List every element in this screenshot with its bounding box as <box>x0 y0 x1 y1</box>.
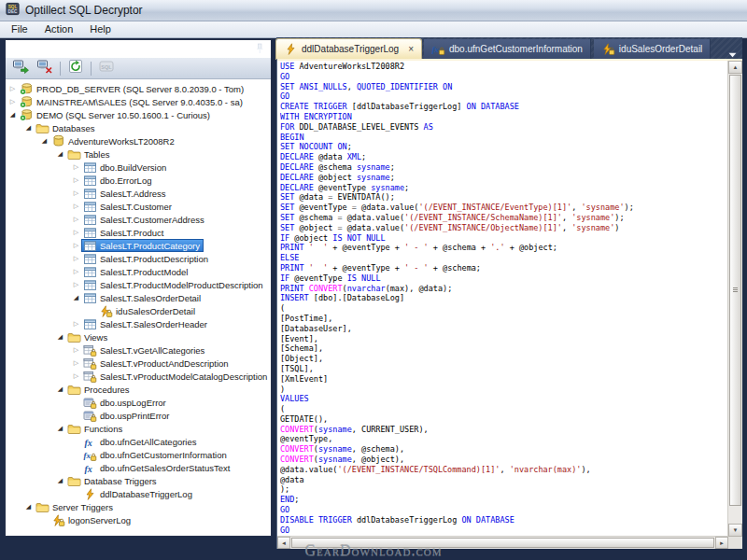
tree-item-dbo-buildversion[interactable]: ▷dbo.BuildVersion <box>6 161 271 174</box>
connect-server-button[interactable] <box>9 59 32 78</box>
tree-item-idusalesorderdetail[interactable]: iduSalesOrderDetail <box>6 304 271 317</box>
expander-collapsed-icon[interactable]: ▷ <box>71 358 81 368</box>
expander-collapsed-icon[interactable]: ▷ <box>7 97 18 106</box>
expander-expanded-icon[interactable]: ◢ <box>55 332 65 342</box>
tree-item-mainstream-sales-sql-server-9-0-4035-0-sa[interactable]: ▷MAINSTREAM\SALES (SQL Server 9.0.4035.0… <box>6 95 271 108</box>
tree-item-core[interactable]: SalesLT.CustomerAddress <box>81 213 208 226</box>
expander-collapsed-icon[interactable]: ▷ <box>71 267 81 276</box>
tree-item-core[interactable]: DEMO (SQL Server 10.50.1600.1 - Curious) <box>18 108 214 121</box>
scroll-down-button[interactable]: ▼ <box>728 524 742 537</box>
tree-item-core[interactable]: dbo.uspPrintError <box>81 409 173 422</box>
expander-expanded-icon[interactable]: ◢ <box>55 149 65 159</box>
tree-item-core[interactable]: SalesLT.ProductModelProductDescription <box>81 278 267 291</box>
tree-item-core[interactable]: fxdbo.ufnGetCustomerInformation <box>81 448 231 461</box>
tree-item-saleslt-vgetallcategories[interactable]: ▷SalesLT.vGetAllCategories <box>6 343 271 357</box>
tree-item-core[interactable]: SalesLT.vProductModelCatalogDescription <box>81 370 271 383</box>
tree-item-core[interactable]: SalesLT.ProductModel <box>81 265 191 278</box>
object-explorer-tree[interactable]: ▷PROD_DB_SERVER (SQL Server 8.0.2039.0 -… <box>6 79 271 536</box>
tree-item-saleslt-productdescription[interactable]: ▷SalesLT.ProductDescription <box>6 252 271 265</box>
tree-item-saleslt-customeraddress[interactable]: ▷SalesLT.CustomerAddress <box>6 213 271 226</box>
code-editor[interactable]: USE AdventureWorksLT2008R2GOSET ANSI_NUL… <box>276 59 742 549</box>
refresh-button[interactable] <box>64 59 87 78</box>
tree-item-core[interactable]: fxdbo.ufnGetAllCategories <box>81 435 201 448</box>
tree-item-core[interactable]: SalesLT.ProductDescription <box>81 252 212 265</box>
tree-item-ddldatabasetriggerlog[interactable]: ddlDatabaseTriggerLog <box>6 487 271 500</box>
expander-expanded-icon[interactable]: ◢ <box>39 136 49 146</box>
tree-item-core[interactable]: Procedures <box>65 383 134 396</box>
tree-selection[interactable]: SalesLT.ProductCategory <box>81 239 204 252</box>
tree-item-core[interactable]: SalesLT.vGetAllCategories <box>81 343 208 357</box>
expander-expanded-icon[interactable]: ◢ <box>71 293 81 302</box>
tree-item-core[interactable]: fxdbo.ufnGetSalesOrderStatusText <box>81 461 233 474</box>
tree-item-saleslt-vproductmodelcatalogdescription[interactable]: ▷SalesLT.vProductModelCatalogDescription <box>6 370 271 383</box>
vertical-scrollbar[interactable]: ▲ ▼ <box>727 61 742 537</box>
tree-item-core[interactable]: ddlDatabaseTriggerLog <box>81 487 196 500</box>
titlebar[interactable]: SQLDEC Optillect SQL Decryptor <box>0 0 747 21</box>
document-tab-ddldatabasetriggerlog[interactable]: ddlDatabaseTriggerLog× <box>276 39 421 59</box>
tree-item-core[interactable]: logonServerLog <box>49 513 134 526</box>
expander-collapsed-icon[interactable]: ▷ <box>71 228 81 237</box>
sql-code-surface[interactable]: USE AdventureWorksLT2008R2GOSET ANSI_NUL… <box>280 62 727 537</box>
tree-item-saleslt-vproductanddescription[interactable]: ▷SalesLT.vProductAndDescription <box>6 357 271 370</box>
tree-item-core[interactable]: SalesLT.SalesOrderDetail <box>81 291 204 304</box>
tree-item-core[interactable]: Database Triggers <box>65 474 161 487</box>
tree-item-core[interactable]: Databases <box>34 121 98 134</box>
tree-item-tables[interactable]: ◢Tables <box>6 147 271 161</box>
expander-collapsed-icon[interactable]: ▷ <box>71 189 81 198</box>
expander-expanded-icon[interactable]: ◢ <box>23 502 34 511</box>
tree-item-core[interactable]: Tables <box>65 147 113 161</box>
document-tab-dbo-ufngetcustomerinformation[interactable]: fxdbo.ufnGetCustomerInformation <box>424 39 591 59</box>
expander-collapsed-icon[interactable]: ▷ <box>71 162 81 172</box>
expander-expanded-icon[interactable]: ◢ <box>55 476 65 485</box>
tree-item-procedures[interactable]: ◢Procedures <box>6 383 271 396</box>
expander-collapsed-icon[interactable]: ▷ <box>71 254 81 263</box>
expander-expanded-icon[interactable]: ◢ <box>55 385 65 394</box>
tree-item-core[interactable]: Functions <box>65 422 126 435</box>
menu-item-action[interactable]: Action <box>36 22 82 36</box>
expander-collapsed-icon[interactable]: ▷ <box>71 371 81 381</box>
pin-icon[interactable] <box>255 43 265 56</box>
tree-item-core[interactable]: PROD_DB_SERVER (SQL Server 8.0.2039.0 - … <box>18 82 247 95</box>
tab-close-icon[interactable]: × <box>408 45 414 54</box>
tree-item-core[interactable]: SalesLT.Product <box>81 226 167 239</box>
tree-item-prod-db-server-sql-server-8-0-2039-0-tom[interactable]: ▷PROD_DB_SERVER (SQL Server 8.0.2039.0 -… <box>6 82 271 95</box>
tree-item-logonserverlog[interactable]: logonServerLog <box>6 513 271 526</box>
tree-item-adventureworkslt2008r2[interactable]: ◢AdventureWorksLT2008R2 <box>6 134 271 147</box>
vertical-scroll-thumb[interactable] <box>729 75 741 506</box>
tree-item-core[interactable]: Views <box>65 330 111 343</box>
document-tab-idusalesorderdetail[interactable]: iduSalesOrderDetail <box>594 39 712 59</box>
expander-collapsed-icon[interactable]: ▷ <box>71 202 81 211</box>
tree-item-database-triggers[interactable]: ◢Database Triggers <box>6 474 271 487</box>
tree-item-saleslt-productcategory[interactable]: ▷SalesLT.ProductCategory <box>6 239 271 252</box>
tree-item-demo-sql-server-10-50-1600-1-curious[interactable]: ◢DEMO (SQL Server 10.50.1600.1 - Curious… <box>6 108 271 121</box>
expander-collapsed-icon[interactable]: ▷ <box>71 241 81 250</box>
menu-item-file[interactable]: File <box>3 22 36 36</box>
tree-item-core[interactable]: dbo.ErrorLog <box>81 174 155 187</box>
expander-expanded-icon[interactable]: ◢ <box>7 110 18 119</box>
expander-collapsed-icon[interactable]: ▷ <box>7 84 18 93</box>
tree-item-core[interactable]: SalesLT.Address <box>81 187 170 200</box>
menu-item-help[interactable]: Help <box>81 22 120 36</box>
tree-item-databases[interactable]: ◢Databases <box>6 121 271 134</box>
tree-item-core[interactable]: AdventureWorksLT2008R2 <box>49 134 178 147</box>
tree-item-dbo-ufngetsalesorderstatustext[interactable]: fxdbo.ufnGetSalesOrderStatusText <box>6 461 271 474</box>
tree-item-saleslt-salesorderdetail[interactable]: ◢SalesLT.SalesOrderDetail <box>6 291 271 304</box>
expander-expanded-icon[interactable]: ◢ <box>23 123 34 133</box>
tree-item-saleslt-productmodel[interactable]: ▷SalesLT.ProductModel <box>6 265 271 278</box>
tree-item-core[interactable]: dbo.BuildVersion <box>81 161 170 174</box>
tree-item-dbo-uspprinterror[interactable]: dbo.uspPrintError <box>6 409 271 422</box>
scroll-up-button[interactable]: ▲ <box>728 61 742 74</box>
expander-collapsed-icon[interactable]: ▷ <box>71 215 81 224</box>
tree-item-views[interactable]: ◢Views <box>6 330 271 343</box>
expander-collapsed-icon[interactable]: ▷ <box>71 280 81 289</box>
tree-item-core[interactable]: SalesLT.SalesOrderHeader <box>81 317 211 330</box>
tree-item-core[interactable]: SalesLT.vProductAndDescription <box>81 357 233 370</box>
tree-item-dbo-ufngetallcategories[interactable]: fxdbo.ufnGetAllCategories <box>6 435 271 448</box>
tree-item-functions[interactable]: ◢Functions <box>6 422 271 435</box>
tree-item-server-triggers[interactable]: ◢Server Triggers <box>6 500 271 513</box>
tree-item-dbo-errorlog[interactable]: ▷dbo.ErrorLog <box>6 174 271 187</box>
tree-item-core[interactable]: MAINSTREAM\SALES (SQL Server 9.0.4035.0 … <box>18 95 247 108</box>
expander-expanded-icon[interactable]: ◢ <box>55 424 65 433</box>
disconnect-server-button[interactable] <box>34 59 56 78</box>
object-explorer-header[interactable]: Object Explorer <box>6 40 271 58</box>
